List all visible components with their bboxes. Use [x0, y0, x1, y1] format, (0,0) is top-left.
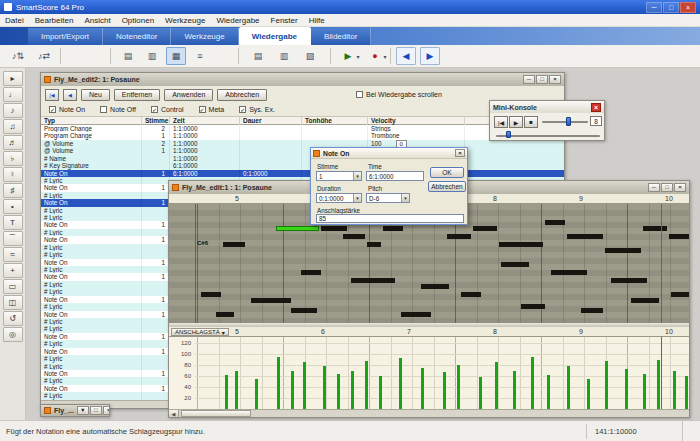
table-row[interactable]: Note On16:1:00000:1:0000	[41, 170, 564, 177]
midi-note[interactable]	[447, 234, 471, 239]
column-header-zeit[interactable]: Zeit	[170, 117, 240, 125]
cancel-button[interactable]: Abbrechen	[428, 181, 466, 192]
velocity-pane-selector[interactable]: ANSCHLAGSTÄ ▾	[171, 328, 229, 336]
pitch-select[interactable]: D-6 ▾	[366, 193, 410, 203]
table-row[interactable]: @ Volume21:1:00001000	[41, 140, 564, 147]
close-icon[interactable]: ×	[591, 103, 601, 112]
horizontal-scrollbar[interactable]: ◀	[169, 409, 689, 417]
neu-button[interactable]: Neu	[81, 89, 110, 101]
overview-icon[interactable]: ▤	[248, 47, 268, 65]
velocity-bar[interactable]	[643, 374, 646, 409]
midi-note[interactable]	[216, 312, 234, 317]
velocity-bar[interactable]	[531, 357, 534, 409]
velocity-bar[interactable]	[421, 368, 424, 409]
slur-tool-icon[interactable]: ⌒	[3, 231, 23, 246]
midi-note[interactable]	[545, 220, 565, 225]
playback-cursor[interactable]	[661, 204, 662, 323]
selected-midi-note[interactable]	[276, 226, 319, 231]
velocity-bar[interactable]	[277, 357, 280, 409]
maximize-button[interactable]: □	[536, 75, 548, 84]
select-tool-icon[interactable]: ▸	[3, 71, 23, 86]
quarter-note-icon[interactable]: ♩	[3, 87, 23, 102]
midi-note[interactable]	[401, 312, 431, 317]
midi-note[interactable]	[671, 292, 689, 297]
velocity-bar[interactable]	[235, 371, 238, 410]
midi-note[interactable]	[421, 284, 449, 289]
midi-note[interactable]	[461, 292, 481, 297]
menu-datei[interactable]: Datei	[5, 16, 24, 25]
position-slider-thumb[interactable]	[506, 131, 511, 138]
column-header-typ[interactable]: Typ	[41, 117, 142, 125]
column-header-tonh-he[interactable]: Tonhöhe	[302, 117, 368, 125]
table-row[interactable]: # Key Signature6:1:0000	[41, 162, 564, 169]
tab-noteneditor[interactable]: Noteneditor	[103, 28, 171, 45]
filter-meta-checkbox[interactable]: ✓Meta	[199, 106, 225, 113]
resize-grip[interactable]	[682, 421, 694, 441]
shade-button[interactable]: ▾	[77, 406, 89, 415]
midi-note[interactable]	[251, 298, 291, 303]
midi-note[interactable]	[581, 308, 603, 313]
velocity-bar[interactable]	[399, 358, 402, 409]
duration-select[interactable]: 0:1:0000 ▾	[316, 193, 362, 203]
mini-console-titlebar[interactable]: Mini-Konsole ×	[490, 101, 604, 113]
close-button[interactable]: ×	[549, 75, 561, 84]
event-list-view-icon[interactable]: ≡	[190, 47, 210, 65]
table-row[interactable]: Program Change21:1:0000Strings	[41, 125, 564, 132]
midi-note[interactable]	[343, 234, 365, 239]
velocity-bar[interactable]	[479, 377, 482, 409]
velocity-bar[interactable]	[587, 379, 590, 409]
rest-tool-icon[interactable]: ▭	[3, 279, 23, 294]
first-event-button[interactable]: |◀	[45, 89, 59, 101]
midi-note[interactable]	[521, 304, 545, 309]
column-header-stimme[interactable]: Stimme	[142, 117, 170, 125]
velocity-bar[interactable]	[513, 371, 516, 410]
close-button[interactable]: ×	[674, 183, 686, 192]
console-view-icon[interactable]: ▥	[142, 47, 162, 65]
velocity-bar[interactable]	[567, 366, 570, 409]
midi-note[interactable]	[631, 298, 659, 303]
midi-note[interactable]	[321, 226, 347, 231]
scroll-while-playing-checkbox[interactable]: Bei Wiedergabe scrollen	[356, 91, 442, 98]
stop-button[interactable]: ■	[524, 116, 538, 128]
rewind-icon[interactable]: ◀	[396, 47, 416, 65]
velocity-bar[interactable]	[255, 379, 258, 409]
close-button[interactable]: ×	[680, 2, 696, 13]
tempo-value-box[interactable]: 8	[590, 116, 602, 126]
scroll-left-button[interactable]: ◀	[169, 410, 179, 417]
midi-note[interactable]	[301, 270, 321, 275]
sharp-icon[interactable]: ♯	[3, 183, 23, 198]
flat-icon[interactable]: ♭	[3, 151, 23, 166]
midi-note[interactable]	[367, 242, 381, 247]
velocity-bar[interactable]	[443, 372, 446, 409]
velocity-bar[interactable]	[225, 375, 228, 409]
midi-note[interactable]	[473, 226, 497, 231]
velocity-bar[interactable]	[303, 362, 306, 409]
zoom-tool-icon[interactable]: ◎	[3, 327, 23, 342]
velocity-bar[interactable]	[685, 376, 688, 409]
velocity-bar[interactable]	[625, 369, 628, 409]
column-header-velocity[interactable]: Velocity	[368, 117, 465, 125]
playback-cursor[interactable]	[661, 337, 662, 409]
tab-bildeditor[interactable]: Bildeditor	[311, 28, 371, 45]
dot-icon[interactable]: •	[3, 199, 23, 214]
midi-note[interactable]	[223, 242, 245, 247]
mixer-icon[interactable]: ▥	[274, 47, 294, 65]
event-list-titlebar[interactable]: Fly_Me_edit2: 1: Posaune ─□×	[41, 73, 564, 86]
menu-ansicht[interactable]: Ansicht	[84, 16, 110, 25]
velocity-bar[interactable]	[673, 371, 676, 410]
tab-werkzeuge[interactable]: Werkzeuge	[171, 28, 238, 45]
menu-bearbeiten[interactable]: Bearbeiten	[35, 16, 74, 25]
dialog-close-button[interactable]: ×	[455, 149, 465, 157]
table-row[interactable]: Program Change11:1:0000Trombone	[41, 132, 564, 139]
shift-notes-icon[interactable]: ♪⇄	[34, 47, 54, 65]
midi-note[interactable]	[201, 292, 221, 297]
velocity-bar[interactable]	[323, 366, 326, 409]
dialog-titlebar[interactable]: Note On ×	[311, 148, 467, 159]
filter-note-on-checkbox[interactable]: ✓Note On	[49, 106, 85, 113]
table-row[interactable]: @ Volume11:1:0000	[41, 147, 564, 154]
ok-button[interactable]: OK	[430, 167, 464, 178]
midi-note[interactable]	[567, 234, 603, 239]
sixteenth-notes-icon[interactable]: ♬	[3, 135, 23, 150]
midi-note[interactable]	[611, 278, 647, 283]
record-options-icon[interactable]: ▾	[380, 47, 390, 65]
